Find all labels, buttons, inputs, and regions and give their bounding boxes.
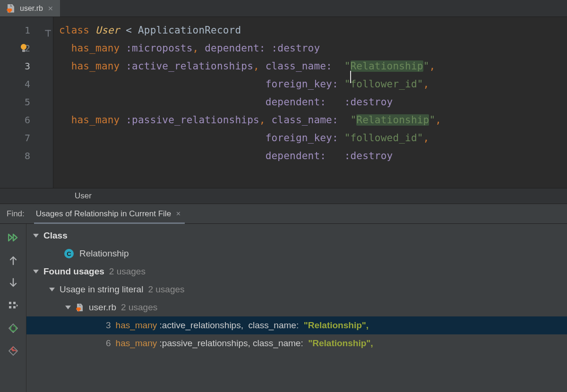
chevron-down-icon [65, 306, 71, 309]
find-tab[interactable]: Usages of Relationship in Current File ✕ [36, 209, 181, 219]
diamond-cycle-green-icon [8, 323, 18, 333]
find-tool-header: Find: Usages of Relationship in Current … [0, 204, 567, 224]
usage-line-number: 3 [106, 320, 111, 331]
tree-node-class[interactable]: Class [26, 227, 567, 245]
diamond-cycle-red-icon [8, 346, 18, 356]
svg-rect-2 [13, 302, 16, 304]
tree-node-found-usages[interactable]: Found usages 2 usages [26, 263, 567, 281]
find-toolbar [0, 224, 26, 392]
tree-label: Class [43, 230, 68, 241]
ide-window: user.rb ✕ 1 2 3 4 5 6 7 8 class User < A… [0, 0, 567, 392]
arrow-down-icon [9, 278, 17, 288]
line-number: 6 [25, 114, 30, 126]
svg-rect-3 [13, 306, 16, 308]
find-label: Find: [7, 209, 25, 219]
tree-count: 2 usages [148, 284, 184, 295]
svg-rect-0 [9, 302, 11, 304]
arrow-up-icon [9, 255, 17, 265]
next-button[interactable] [5, 276, 21, 290]
breadcrumb-bar: User [0, 188, 567, 204]
tree-label: Relationship [79, 248, 129, 259]
ruby-file-icon [76, 303, 84, 312]
cycle-red-button[interactable] [5, 344, 21, 358]
tree-label: Found usages [43, 266, 104, 277]
group-icon [9, 301, 18, 310]
line-number: 3 [25, 60, 30, 72]
chevron-down-icon [49, 288, 55, 291]
line-number: 8 [25, 150, 30, 162]
find-tab-title: Usages of Relationship in Current File [36, 209, 171, 219]
breadcrumb-item[interactable]: User [75, 191, 92, 201]
find-panel: Class C Relationship Found usages 2 usag… [0, 224, 567, 392]
rerun-button[interactable] [5, 230, 21, 245]
editor-tab-user-rb[interactable]: user.rb ✕ [0, 0, 60, 17]
double-play-icon [8, 233, 18, 242]
svg-rect-1 [9, 306, 11, 308]
find-tab-close-icon[interactable]: ✕ [176, 210, 181, 217]
tree-node-string-literal[interactable]: Usage in string literal 2 usages [26, 281, 567, 298]
intention-bulb-icon[interactable] [20, 43, 27, 52]
line-number: 4 [25, 78, 30, 90]
tab-close-icon[interactable]: ✕ [48, 5, 53, 12]
find-tree[interactable]: Class C Relationship Found usages 2 usag… [26, 224, 567, 392]
ruby-file-icon [7, 4, 15, 13]
editor-tab-strip: user.rb ✕ [0, 0, 567, 17]
tab-filename: user.rb [20, 4, 43, 13]
line-number: 7 [25, 132, 30, 144]
cycle-green-button[interactable] [5, 321, 21, 335]
line-number: 5 [25, 96, 30, 108]
usage-row[interactable]: 6 has_many :passive_relationships, class… [26, 334, 567, 352]
line-number: 1 [25, 25, 30, 36]
class-icon: C [64, 249, 74, 258]
fold-toggle-icon[interactable] [45, 27, 51, 34]
tree-count: 2 usages [109, 266, 146, 277]
tree-count: 2 usages [121, 302, 157, 313]
usage-row[interactable]: 3 has_many :active_relationships, class_… [26, 316, 567, 334]
tree-node-class-name[interactable]: C Relationship [26, 245, 567, 263]
chevron-down-icon [33, 270, 39, 273]
usage-line-number: 6 [106, 338, 111, 349]
tree-node-file[interactable]: user.rb 2 usages [26, 298, 567, 316]
tree-label: Usage in string literal [60, 284, 143, 295]
gutter: 1 2 3 4 5 6 7 8 [0, 17, 53, 188]
group-button[interactable] [5, 298, 21, 313]
code-editor[interactable]: 1 2 3 4 5 6 7 8 class User < Application… [0, 17, 567, 188]
previous-button[interactable] [5, 253, 21, 267]
chevron-down-icon [33, 234, 39, 238]
code-area[interactable]: class User < ApplicationRecord has_many … [53, 17, 567, 188]
tree-label: user.rb [89, 302, 116, 313]
